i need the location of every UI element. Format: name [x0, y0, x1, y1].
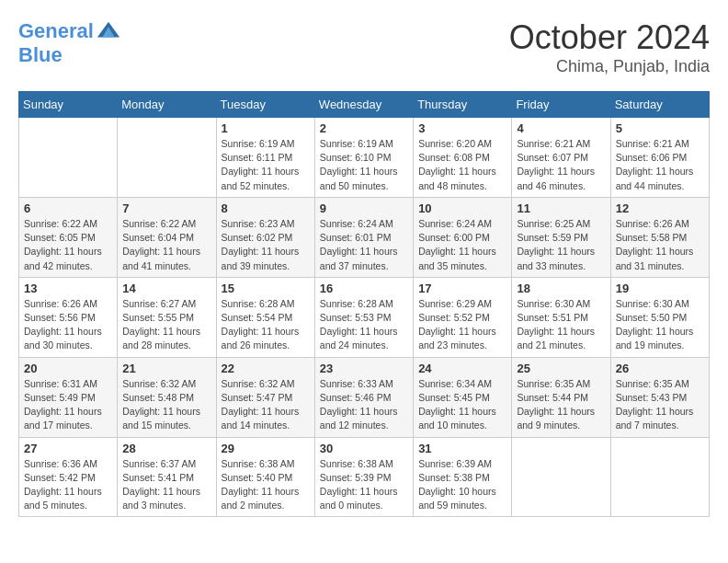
day-number: 3	[418, 121, 506, 135]
day-info: Sunrise: 6:24 AMSunset: 6:00 PMDaylight:…	[418, 217, 506, 273]
day-number: 29	[222, 442, 310, 455]
day-info: Sunrise: 6:30 AMSunset: 5:51 PMDaylight:…	[517, 297, 605, 353]
month-title: October 2024	[509, 18, 710, 57]
day-info: Sunrise: 6:28 AMSunset: 5:53 PMDaylight:…	[320, 297, 408, 353]
day-number: 21	[122, 362, 210, 375]
calendar-cell: 31Sunrise: 6:39 AMSunset: 5:38 PMDayligh…	[414, 437, 512, 517]
calendar-cell: 23Sunrise: 6:33 AMSunset: 5:46 PMDayligh…	[314, 357, 413, 437]
logo-blue: Blue	[18, 44, 121, 66]
day-number: 16	[320, 282, 408, 295]
calendar-cell: 3Sunrise: 6:20 AMSunset: 6:08 PMDaylight…	[414, 118, 512, 198]
logo-text: General	[18, 20, 94, 42]
day-info: Sunrise: 6:27 AMSunset: 5:55 PMDaylight:…	[122, 297, 210, 353]
day-number: 15	[222, 282, 310, 295]
calendar-cell: 27Sunrise: 6:36 AMSunset: 5:42 PMDayligh…	[19, 437, 118, 517]
day-number: 22	[222, 362, 310, 375]
calendar-cell: 20Sunrise: 6:31 AMSunset: 5:49 PMDayligh…	[19, 357, 118, 437]
calendar-cell: 12Sunrise: 6:26 AMSunset: 5:58 PMDayligh…	[610, 197, 709, 277]
calendar-table: SundayMondayTuesdayWednesdayThursdayFrid…	[18, 91, 710, 517]
day-info: Sunrise: 6:26 AMSunset: 5:58 PMDaylight:…	[616, 217, 704, 273]
calendar-cell: 15Sunrise: 6:28 AMSunset: 5:54 PMDayligh…	[216, 277, 314, 357]
calendar-cell: 21Sunrise: 6:32 AMSunset: 5:48 PMDayligh…	[118, 357, 216, 437]
day-number: 8	[222, 201, 310, 215]
day-number: 30	[320, 442, 408, 455]
calendar-cell: 6Sunrise: 6:22 AMSunset: 6:05 PMDaylight…	[19, 197, 118, 277]
day-info: Sunrise: 6:23 AMSunset: 6:02 PMDaylight:…	[222, 217, 310, 273]
day-number: 18	[517, 282, 605, 295]
calendar-cell: 30Sunrise: 6:38 AMSunset: 5:39 PMDayligh…	[314, 437, 413, 517]
calendar-cell: 14Sunrise: 6:27 AMSunset: 5:55 PMDayligh…	[118, 277, 216, 357]
day-info: Sunrise: 6:24 AMSunset: 6:01 PMDaylight:…	[320, 217, 408, 273]
day-info: Sunrise: 6:26 AMSunset: 5:56 PMDaylight:…	[24, 297, 112, 353]
weekday-header-thursday: Thursday	[414, 92, 512, 118]
day-number: 24	[418, 362, 506, 375]
logo: General Blue	[18, 18, 121, 66]
calendar-cell: 7Sunrise: 6:22 AMSunset: 6:04 PMDaylight…	[118, 197, 216, 277]
calendar-cell: 19Sunrise: 6:30 AMSunset: 5:50 PMDayligh…	[610, 277, 709, 357]
calendar-cell: 18Sunrise: 6:30 AMSunset: 5:51 PMDayligh…	[512, 277, 610, 357]
day-number: 28	[122, 442, 210, 455]
calendar-cell: 1Sunrise: 6:19 AMSunset: 6:11 PMDaylight…	[216, 118, 314, 198]
day-number: 6	[24, 201, 112, 215]
day-info: Sunrise: 6:29 AMSunset: 5:52 PMDaylight:…	[418, 297, 506, 353]
calendar-cell: 26Sunrise: 6:35 AMSunset: 5:43 PMDayligh…	[610, 357, 709, 437]
day-number: 5	[616, 121, 704, 135]
calendar-cell	[610, 437, 709, 517]
day-number: 20	[24, 362, 112, 375]
day-number: 31	[418, 442, 506, 455]
day-number: 9	[320, 201, 408, 215]
day-info: Sunrise: 6:25 AMSunset: 5:59 PMDaylight:…	[517, 217, 605, 273]
weekday-header-monday: Monday	[118, 92, 216, 118]
title-block: October 2024 Chima, Punjab, India	[509, 18, 710, 76]
day-number: 1	[222, 121, 310, 135]
day-number: 7	[122, 201, 210, 215]
logo-icon	[96, 18, 121, 44]
day-info: Sunrise: 6:20 AMSunset: 6:08 PMDaylight:…	[418, 137, 506, 193]
logo-general: General	[18, 19, 94, 42]
day-number: 17	[418, 282, 506, 295]
day-info: Sunrise: 6:21 AMSunset: 6:06 PMDaylight:…	[616, 137, 704, 193]
day-info: Sunrise: 6:19 AMSunset: 6:10 PMDaylight:…	[320, 137, 408, 193]
day-info: Sunrise: 6:33 AMSunset: 5:46 PMDaylight:…	[320, 377, 408, 433]
weekday-header-friday: Friday	[512, 92, 610, 118]
day-info: Sunrise: 6:32 AMSunset: 5:47 PMDaylight:…	[222, 377, 310, 433]
calendar-cell: 22Sunrise: 6:32 AMSunset: 5:47 PMDayligh…	[216, 357, 314, 437]
calendar-cell: 11Sunrise: 6:25 AMSunset: 5:59 PMDayligh…	[512, 197, 610, 277]
day-number: 2	[320, 121, 408, 135]
day-number: 25	[517, 362, 605, 375]
calendar-cell: 25Sunrise: 6:35 AMSunset: 5:44 PMDayligh…	[512, 357, 610, 437]
calendar-cell: 28Sunrise: 6:37 AMSunset: 5:41 PMDayligh…	[118, 437, 216, 517]
weekday-header-sunday: Sunday	[19, 92, 118, 118]
day-info: Sunrise: 6:28 AMSunset: 5:54 PMDaylight:…	[222, 297, 310, 353]
day-info: Sunrise: 6:38 AMSunset: 5:39 PMDaylight:…	[320, 457, 408, 513]
calendar-cell: 9Sunrise: 6:24 AMSunset: 6:01 PMDaylight…	[314, 197, 413, 277]
day-number: 26	[616, 362, 704, 375]
calendar-cell	[19, 118, 118, 198]
day-number: 19	[616, 282, 704, 295]
weekday-header-wednesday: Wednesday	[314, 92, 413, 118]
day-number: 27	[24, 442, 112, 455]
day-number: 11	[517, 201, 605, 215]
day-info: Sunrise: 6:21 AMSunset: 6:07 PMDaylight:…	[517, 137, 605, 193]
calendar-cell: 29Sunrise: 6:38 AMSunset: 5:40 PMDayligh…	[216, 437, 314, 517]
day-info: Sunrise: 6:32 AMSunset: 5:48 PMDaylight:…	[122, 377, 210, 433]
day-number: 12	[616, 201, 704, 215]
calendar-cell: 4Sunrise: 6:21 AMSunset: 6:07 PMDaylight…	[512, 118, 610, 198]
calendar-cell: 13Sunrise: 6:26 AMSunset: 5:56 PMDayligh…	[19, 277, 118, 357]
day-info: Sunrise: 6:19 AMSunset: 6:11 PMDaylight:…	[222, 137, 310, 193]
day-number: 4	[517, 121, 605, 135]
day-info: Sunrise: 6:30 AMSunset: 5:50 PMDaylight:…	[616, 297, 704, 353]
day-info: Sunrise: 6:37 AMSunset: 5:41 PMDaylight:…	[122, 457, 210, 513]
calendar-cell: 8Sunrise: 6:23 AMSunset: 6:02 PMDaylight…	[216, 197, 314, 277]
day-number: 14	[122, 282, 210, 295]
day-number: 13	[24, 282, 112, 295]
day-number: 23	[320, 362, 408, 375]
calendar-cell: 5Sunrise: 6:21 AMSunset: 6:06 PMDaylight…	[610, 118, 709, 198]
calendar-cell: 16Sunrise: 6:28 AMSunset: 5:53 PMDayligh…	[314, 277, 413, 357]
day-info: Sunrise: 6:36 AMSunset: 5:42 PMDaylight:…	[24, 457, 112, 513]
calendar-cell	[512, 437, 610, 517]
day-info: Sunrise: 6:22 AMSunset: 6:04 PMDaylight:…	[122, 217, 210, 273]
day-info: Sunrise: 6:39 AMSunset: 5:38 PMDaylight:…	[418, 457, 506, 513]
weekday-header-tuesday: Tuesday	[216, 92, 314, 118]
calendar-cell: 24Sunrise: 6:34 AMSunset: 5:45 PMDayligh…	[414, 357, 512, 437]
